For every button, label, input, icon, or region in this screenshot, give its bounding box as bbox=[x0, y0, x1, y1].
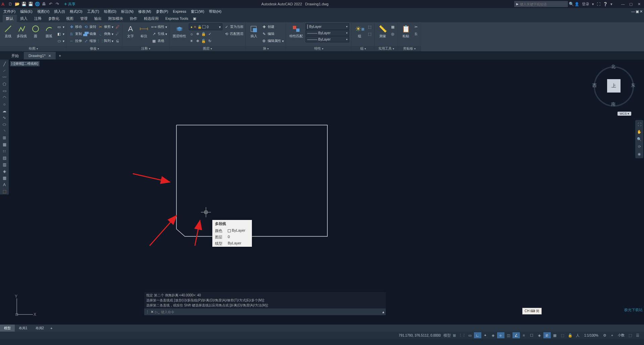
move-button[interactable]: ✥移动 bbox=[69, 23, 82, 30]
line-button[interactable]: 直线 bbox=[2, 23, 14, 39]
filetab-drawing1[interactable]: Drawing1*✕ bbox=[24, 52, 56, 59]
status-iso-icon[interactable]: ◈ bbox=[489, 332, 497, 338]
make-current-button[interactable]: ✓置为当前 bbox=[224, 23, 244, 30]
filetab-start[interactable]: 开始 bbox=[7, 52, 23, 59]
color-combo[interactable]: ByLayer▾ bbox=[306, 23, 349, 30]
tab-insert[interactable]: 插入 bbox=[17, 15, 31, 22]
tab-view[interactable]: 视图 bbox=[63, 15, 77, 22]
tab-featured[interactable]: 精选应用 bbox=[141, 15, 162, 22]
panel-block-title[interactable]: 块 bbox=[246, 46, 286, 51]
table-button[interactable]: ▦表格 bbox=[151, 38, 167, 44]
text-button[interactable]: A文字 bbox=[124, 23, 137, 39]
new-tab-button[interactable]: + bbox=[56, 54, 64, 58]
insert-block-button[interactable]: 插入 bbox=[248, 23, 260, 39]
tool-addsel-icon[interactable]: ⬚ bbox=[1, 188, 8, 194]
layout-model[interactable]: 模型 bbox=[0, 325, 15, 332]
tool-spline-icon[interactable]: ∿ bbox=[1, 115, 8, 121]
tool-revcloud-icon[interactable]: ☁ bbox=[1, 108, 8, 114]
menu-insert[interactable]: 插入(I) bbox=[54, 9, 65, 14]
status-infer-icon[interactable]: ▭ bbox=[466, 332, 474, 338]
tab-annotate[interactable]: 注释 bbox=[31, 15, 45, 22]
command-input[interactable] bbox=[161, 310, 381, 314]
tab-addins[interactable]: 附加模块 bbox=[105, 15, 126, 22]
measure-button[interactable]: 📏测量 bbox=[377, 23, 389, 39]
nav-orbit-icon[interactable]: ⟳ bbox=[636, 143, 642, 150]
layout-2[interactable]: 布局2 bbox=[32, 325, 48, 332]
layer-props-button[interactable]: 图层特性 bbox=[171, 23, 187, 39]
status-model-button[interactable]: 模型 bbox=[443, 332, 451, 338]
tool-point-icon[interactable]: ∷ bbox=[1, 148, 8, 154]
status-dynin-icon[interactable]: ⎚ bbox=[543, 332, 551, 338]
panel-groups-title[interactable]: 组 bbox=[352, 46, 374, 51]
menu-express[interactable]: Express bbox=[173, 9, 186, 13]
arc-button[interactable]: 圆弧 bbox=[43, 23, 55, 39]
status-ortho-icon[interactable]: ∟ bbox=[474, 332, 481, 338]
qat-webopen-icon[interactable]: 🌐 bbox=[34, 1, 40, 7]
status-polar-icon[interactable]: ✦ bbox=[482, 332, 489, 338]
status-trans-icon[interactable]: ☐ bbox=[528, 332, 535, 338]
hatch-icon[interactable]: ◧▾ bbox=[56, 31, 64, 37]
status-qp-icon[interactable]: ▦ bbox=[551, 332, 558, 338]
copy-button[interactable]: ⎘复制 bbox=[69, 31, 82, 37]
util-tool1-icon[interactable]: ▦ bbox=[390, 23, 395, 30]
units-readout[interactable]: 小数 bbox=[618, 333, 625, 338]
tool-insert-icon[interactable]: ⊞ bbox=[1, 135, 8, 141]
panel-utils-title[interactable]: 实用工具 bbox=[375, 46, 397, 51]
tab-manage[interactable]: 管理 bbox=[77, 15, 91, 22]
fillet-button[interactable]: ◟倒角▾ bbox=[98, 31, 113, 37]
tab-output[interactable]: 输出 bbox=[91, 15, 105, 22]
status-osnap-icon[interactable]: ⟐ bbox=[497, 332, 504, 338]
ellipse-icon[interactable]: ⬭▾ bbox=[56, 38, 64, 44]
tab-parametric[interactable]: 参数化 bbox=[45, 15, 63, 22]
group-tool1-icon[interactable]: ⬚ bbox=[367, 23, 372, 30]
copy-clip-icon[interactable]: ⎘ bbox=[413, 31, 419, 37]
tool-block-icon[interactable]: ▦ bbox=[1, 141, 8, 148]
polyline-button[interactable]: 多段线 bbox=[15, 23, 28, 39]
trim-button[interactable]: ✂修剪▾ bbox=[98, 23, 113, 30]
zoom-readout[interactable]: 1:1/100% bbox=[584, 334, 598, 337]
layer-tool3-icon[interactable]: 🔒 bbox=[201, 31, 206, 37]
match-props-button[interactable]: 特性匹配 bbox=[288, 23, 304, 39]
share-button[interactable]: ✈ 共享 bbox=[64, 2, 75, 7]
login-button[interactable]: 登录 bbox=[582, 2, 589, 7]
tool-pline-icon[interactable]: 〰 bbox=[1, 74, 8, 80]
cut-icon[interactable]: ✂ bbox=[413, 23, 419, 30]
autodesk-app-icon[interactable]: ⛶ bbox=[597, 2, 600, 6]
menu-view[interactable]: 视图(V) bbox=[37, 9, 50, 14]
nav-zoom-icon[interactable]: 🔍 bbox=[636, 136, 642, 142]
maximize-button[interactable]: ▢ bbox=[627, 1, 635, 7]
tool-table-icon[interactable]: ▦ bbox=[1, 175, 8, 181]
command-line[interactable]: 指定 第二个 倒角距离 <40.0000>: 40 选择第一条直线或 [放弃(U… bbox=[144, 292, 386, 315]
rotate-button[interactable]: ⟲旋转 bbox=[83, 23, 96, 30]
tool-arc-icon[interactable]: ◠ bbox=[1, 95, 8, 101]
tool-text-icon[interactable]: A bbox=[1, 182, 8, 188]
minimize-button[interactable]: — bbox=[619, 1, 627, 7]
panel-annot-title[interactable]: 注释 bbox=[122, 46, 169, 51]
tab-express[interactable]: Express Tools bbox=[162, 15, 192, 22]
cmd-expand-icon[interactable]: ▴ bbox=[382, 310, 384, 314]
help-icon[interactable]: ❔ bbox=[603, 2, 608, 6]
lineweight-combo[interactable]: ——— ByLayer▾ bbox=[306, 36, 349, 42]
status-plus-icon[interactable]: + bbox=[608, 332, 616, 338]
layer-tool6-icon[interactable]: ❄ bbox=[195, 38, 200, 44]
layout-1[interactable]: 布局1 bbox=[15, 325, 32, 332]
dimension-button[interactable]: 标注 bbox=[138, 23, 150, 39]
panel-clipboard-title[interactable]: 剪贴板 bbox=[398, 46, 421, 51]
menu-dimension[interactable]: 标注(N) bbox=[121, 9, 133, 14]
panel-layers-title[interactable]: 图层 bbox=[169, 46, 246, 51]
search-icon[interactable]: 🔍 bbox=[568, 1, 574, 7]
tool-ellipse-icon[interactable]: ⬭ bbox=[1, 121, 8, 127]
status-sc-icon[interactable]: ⬚ bbox=[559, 332, 566, 338]
layer-tool8-icon[interactable]: ↻ bbox=[207, 38, 212, 44]
tab-collaborate[interactable]: 协作 bbox=[126, 15, 141, 22]
tool-xline-icon[interactable]: ⟋ bbox=[1, 68, 8, 74]
menu-edit[interactable]: 编辑(E) bbox=[20, 9, 33, 14]
status-cycle-icon[interactable]: ◈ bbox=[536, 332, 543, 338]
leader-button[interactable]: ↗引线▾ bbox=[151, 31, 167, 37]
linear-dim-button[interactable]: ⟷线性▾ bbox=[151, 23, 167, 30]
panel-props-title[interactable]: 特性 bbox=[286, 46, 351, 51]
menu-help[interactable]: 帮助(H) bbox=[209, 9, 221, 14]
status-otrack-icon[interactable]: ∠ bbox=[513, 332, 520, 338]
tool-gradient-icon[interactable]: ▥ bbox=[1, 162, 8, 168]
cmd-handle-icon[interactable]: ⋮ bbox=[146, 310, 149, 314]
